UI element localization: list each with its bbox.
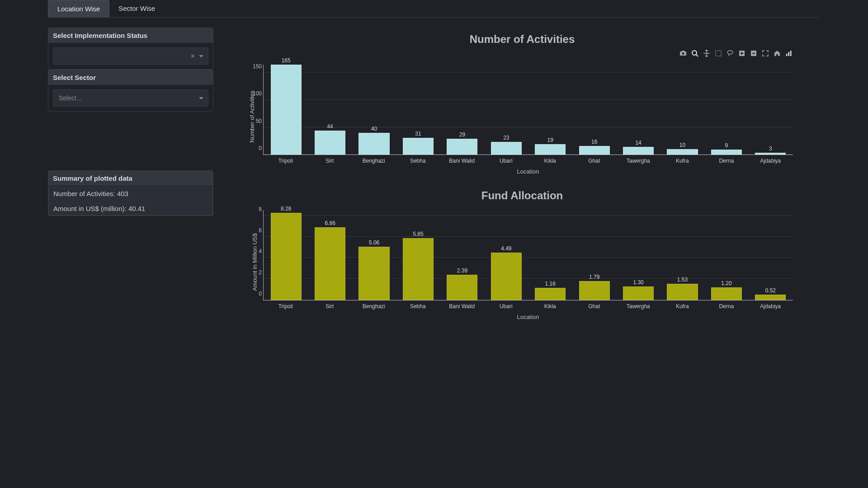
bar-derna[interactable]: 1.20 xyxy=(707,210,746,300)
summary-activities-value: 403 xyxy=(117,190,128,197)
bar-tawergha[interactable]: 14 xyxy=(618,65,658,155)
bar-value-label: 1.79 xyxy=(589,274,599,280)
x-tick: Tawergha xyxy=(618,158,658,164)
x-tick: Bani Walid xyxy=(442,303,482,310)
svg-rect-7 xyxy=(716,51,721,56)
bar-bani-walid[interactable]: 2.39 xyxy=(443,210,482,300)
bar-bani-walid[interactable]: 29 xyxy=(443,65,482,155)
summary-header: Summary of plotted data xyxy=(48,171,213,186)
bar-value-label: 1.20 xyxy=(721,280,731,286)
sector-select[interactable]: Select... xyxy=(53,89,208,107)
bar-sirt[interactable]: 6.86 xyxy=(310,210,349,300)
lasso-icon[interactable] xyxy=(726,49,734,57)
y-tick: 2 xyxy=(251,269,262,276)
bar-value-label: 14 xyxy=(635,140,641,146)
y-tick: 6 xyxy=(251,227,262,234)
bar-value-label: 1.16 xyxy=(545,281,556,287)
charts-area: Number of Activities Number of Activitie… xyxy=(221,28,820,335)
x-tick: Ubari xyxy=(486,303,526,310)
summary-amount: Amount in US$ (million): 40.41 xyxy=(48,202,213,216)
reset-axes-icon[interactable] xyxy=(773,49,781,57)
x-tick: Derna xyxy=(707,158,746,164)
fund-chart-title: Fund Allocation xyxy=(224,189,820,202)
zoom-out-icon[interactable] xyxy=(750,49,758,57)
bar-value-label: 19 xyxy=(547,137,553,143)
bar-ghat[interactable]: 1.79 xyxy=(575,210,614,300)
x-tick: Benghazi xyxy=(354,158,394,164)
bar-kufra[interactable]: 1.53 xyxy=(663,210,702,300)
bar-value-label: 8.26 xyxy=(281,206,291,212)
svg-point-8 xyxy=(727,51,733,54)
summary-activities-label: Number of Activities: xyxy=(53,190,117,197)
bar-kikla[interactable]: 19 xyxy=(531,65,570,155)
bar-tripoli[interactable]: 8.26 xyxy=(266,210,306,300)
bar-ajdabiya[interactable]: 3 xyxy=(751,65,790,155)
x-tick: Ajdabiya xyxy=(751,158,791,164)
bar-value-label: 3 xyxy=(769,145,772,152)
bar-value-label: 4.49 xyxy=(501,245,511,252)
svg-rect-16 xyxy=(790,51,792,56)
x-tick: Kikla xyxy=(530,303,570,310)
bar-ajdabiya[interactable]: 0.52 xyxy=(751,210,790,300)
camera-icon[interactable] xyxy=(679,49,687,57)
bar-value-label: 0.52 xyxy=(765,287,776,294)
chevron-down-icon xyxy=(199,97,203,99)
bar-value-label: 23 xyxy=(503,135,509,141)
tab-sector-wise[interactable]: Sector Wise xyxy=(109,0,164,17)
plot-toolbar xyxy=(224,49,820,57)
activities-chart: Number of Activities 0501001501654440312… xyxy=(250,60,793,173)
bar-tawergha[interactable]: 1.30 xyxy=(618,210,658,300)
x-tick: Sebha xyxy=(398,158,438,164)
activities-xlabel: Location xyxy=(263,168,793,175)
bar-sebha[interactable]: 5.85 xyxy=(398,210,438,300)
bar-value-label: 44 xyxy=(327,123,333,130)
bar-value-label: 5.85 xyxy=(413,231,423,237)
x-tick: Kufra xyxy=(663,303,703,310)
y-tick: 8 xyxy=(251,206,262,212)
summary-amount-label: Amount in US$ (million): xyxy=(53,205,128,212)
bar-ubari[interactable]: 4.49 xyxy=(486,210,526,300)
bar-benghazi[interactable]: 40 xyxy=(354,65,394,155)
y-tick: 100 xyxy=(251,90,262,97)
y-tick: 0 xyxy=(251,291,262,297)
box-select-icon[interactable] xyxy=(714,49,722,57)
svg-point-3 xyxy=(692,51,697,55)
fund-chart-section: Fund Allocation Amount in Million US$ 02… xyxy=(224,189,820,319)
clear-icon[interactable]: ✕ xyxy=(190,53,195,60)
zoom-icon[interactable] xyxy=(691,49,699,57)
autoscale-icon[interactable] xyxy=(761,49,769,57)
fund-chart: Amount in Million US$ 024688.266.865.065… xyxy=(250,206,793,319)
bar-value-label: 10 xyxy=(679,142,685,148)
view-tabs: Location Wise Sector Wise xyxy=(48,0,820,18)
bar-tripoli[interactable]: 165 xyxy=(266,65,306,155)
bar-sebha[interactable]: 31 xyxy=(398,65,438,155)
activities-chart-section: Number of Activities Number of Activitie… xyxy=(224,33,820,173)
bar-value-label: 40 xyxy=(371,126,377,132)
plotly-logo-icon[interactable] xyxy=(785,49,793,57)
bar-value-label: 5.06 xyxy=(369,239,379,246)
bar-value-label: 2.39 xyxy=(457,267,467,274)
fund-ylabel: Amount in Million US$ xyxy=(251,233,258,291)
filter-sector-label: Select Sector xyxy=(48,70,213,85)
bar-kikla[interactable]: 1.16 xyxy=(531,210,570,300)
tab-location-wise[interactable]: Location Wise xyxy=(48,0,109,17)
bar-benghazi[interactable]: 5.06 xyxy=(354,210,394,300)
x-tick: Sebha xyxy=(398,303,438,310)
chevron-down-icon xyxy=(199,55,203,57)
bar-value-label: 16 xyxy=(591,139,597,145)
bar-ubari[interactable]: 23 xyxy=(486,65,526,155)
bar-ghat[interactable]: 16 xyxy=(575,65,614,155)
y-tick: 4 xyxy=(251,248,262,254)
bar-value-label: 165 xyxy=(282,57,291,64)
x-tick: Tawergha xyxy=(618,303,658,310)
bar-value-label: 9 xyxy=(725,142,728,149)
bar-value-label: 1.30 xyxy=(633,279,643,286)
bar-kufra[interactable]: 10 xyxy=(663,65,702,155)
x-tick: Tripoli xyxy=(266,158,306,164)
bar-sirt[interactable]: 44 xyxy=(310,65,349,155)
bar-derna[interactable]: 9 xyxy=(707,65,746,155)
x-tick: Ajdabiya xyxy=(751,303,791,310)
zoom-in-icon[interactable] xyxy=(738,49,746,57)
pan-icon[interactable] xyxy=(703,49,711,57)
status-select[interactable]: ✕ xyxy=(53,47,208,65)
